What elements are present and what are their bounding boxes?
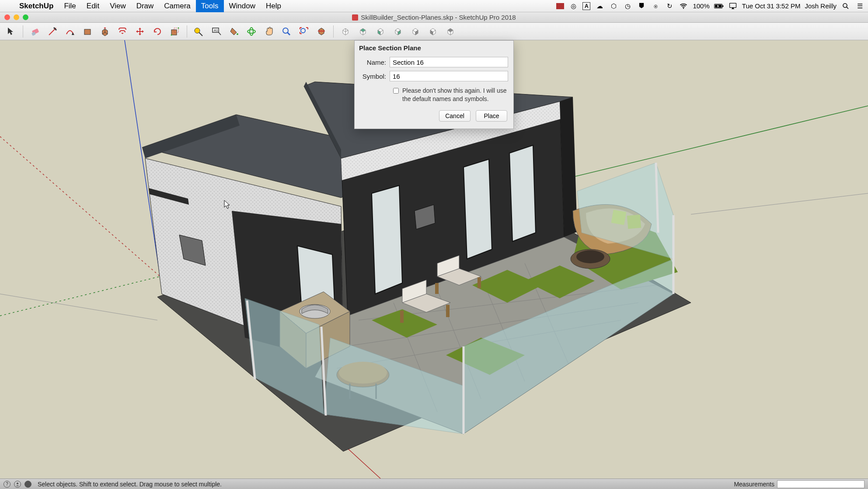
app-name[interactable]: SketchUp — [14, 0, 59, 12]
measurements-input[interactable] — [777, 480, 865, 488]
svg-point-16 — [178, 27, 179, 28]
main-toolbar: A1 — [0, 23, 868, 40]
svg-line-30 — [691, 193, 868, 214]
status-person-icon[interactable]: ⍟ — [651, 1, 660, 11]
skp-file-icon — [352, 14, 358, 21]
statusbar-left: ? Select objects. Shift to extend select… — [3, 481, 222, 488]
menu-camera[interactable]: Camera — [159, 0, 195, 12]
svg-point-5 — [843, 3, 847, 7]
status-hex-icon[interactable]: ⬡ — [609, 1, 618, 11]
status-cloud-icon[interactable]: ☁ — [595, 1, 604, 11]
window-title: SkillBuilder_Section-Planes.skp - Sketch… — [352, 14, 516, 21]
svg-point-23 — [248, 30, 255, 33]
name-label: Name: — [360, 59, 386, 66]
zoom-tool[interactable] — [279, 24, 294, 39]
macos-menubar: SketchUp File Edit View Draw Camera Tool… — [0, 0, 868, 12]
svg-text:A1: A1 — [214, 28, 218, 32]
separator — [187, 25, 187, 38]
menu-window[interactable]: Window — [224, 0, 261, 12]
svg-line-6 — [847, 7, 848, 8]
minimize-window-button[interactable] — [14, 14, 19, 20]
svg-line-33 — [0, 136, 160, 276]
rotate-tool[interactable] — [150, 24, 165, 39]
arc-tool[interactable] — [63, 24, 77, 39]
svg-point-63 — [17, 482, 18, 484]
svg-point-22 — [237, 33, 238, 35]
status-clock-icon[interactable]: ◷ — [623, 1, 632, 11]
status-shield-icon[interactable]: ⛊ — [637, 1, 646, 11]
maximize-window-button[interactable] — [23, 14, 28, 20]
orbit-tool[interactable] — [244, 24, 259, 39]
battery-percent[interactable]: 100% — [693, 2, 709, 10]
menubar-right: ◎ A ☁ ⬡ ◷ ⛊ ⍟ ↻ 100% Tue Oct 31 3:52 PM … — [556, 1, 865, 11]
svg-line-26 — [288, 32, 290, 35]
eraser-tool[interactable] — [28, 24, 42, 39]
svg-rect-2 — [722, 5, 723, 7]
menu-file[interactable]: File — [59, 0, 81, 12]
view-iso[interactable] — [338, 24, 353, 39]
scale-tool[interactable] — [167, 24, 182, 39]
status-hint: Select objects. Shift to extend select. … — [38, 481, 222, 488]
dont-show-checkbox[interactable] — [393, 87, 399, 94]
name-input[interactable] — [390, 57, 508, 67]
tape-measure-tool[interactable] — [192, 24, 206, 39]
status-timemachine-icon[interactable]: ↻ — [665, 1, 674, 11]
cancel-button[interactable]: Cancel — [439, 110, 471, 122]
user-name[interactable]: Josh Reilly — [805, 2, 837, 10]
menu-tools[interactable]: Tools — [196, 0, 224, 12]
menu-view[interactable]: View — [105, 0, 131, 12]
airplay-icon[interactable] — [728, 1, 738, 11]
section-plane-tool[interactable] — [314, 24, 329, 39]
separator — [23, 25, 23, 38]
status-a-icon[interactable]: A — [582, 2, 590, 10]
svg-point-24 — [250, 28, 253, 35]
date-time[interactable]: Tue Oct 31 3:52 PM — [742, 2, 801, 10]
battery-icon[interactable] — [714, 1, 724, 11]
dont-show-label: Please don't show this again. I will use… — [402, 87, 508, 103]
fire-pit — [571, 249, 610, 269]
move-tool[interactable] — [132, 24, 147, 39]
svg-rect-10 — [84, 29, 91, 35]
svg-line-21 — [219, 32, 221, 35]
select-tool[interactable] — [3, 24, 18, 39]
zoom-extents-tool[interactable] — [296, 24, 311, 39]
view-left[interactable] — [425, 24, 440, 39]
view-front[interactable] — [373, 24, 388, 39]
status-circle-icon[interactable]: ◎ — [568, 1, 578, 11]
wifi-icon[interactable] — [679, 1, 688, 11]
menu-draw[interactable]: Draw — [131, 0, 159, 12]
svg-rect-45 — [400, 311, 404, 323]
status-red-icon[interactable] — [556, 3, 564, 9]
svg-line-29 — [0, 294, 157, 320]
symbol-input[interactable] — [390, 71, 508, 81]
status-geo-icon[interactable] — [24, 481, 31, 488]
pan-tool[interactable] — [261, 24, 276, 39]
svg-line-31 — [125, 40, 160, 276]
status-info-icon[interactable]: ? — [3, 481, 10, 488]
menu-help[interactable]: Help — [261, 0, 286, 12]
menu-list-icon[interactable]: ☰ — [855, 1, 865, 11]
view-back[interactable] — [408, 24, 423, 39]
svg-point-0 — [683, 7, 684, 9]
svg-point-15 — [171, 34, 172, 35]
view-top[interactable] — [356, 24, 370, 39]
line-tool[interactable] — [45, 24, 60, 39]
menu-edit[interactable]: Edit — [81, 0, 105, 12]
spotlight-icon[interactable] — [841, 1, 851, 11]
text-tool[interactable]: A1 — [209, 24, 224, 39]
window-title-text: SkillBuilder_Section-Planes.skp - Sketch… — [361, 14, 516, 21]
offset-tool[interactable] — [115, 24, 130, 39]
svg-line-35 — [0, 276, 160, 316]
view-bottom[interactable] — [443, 24, 458, 39]
separator — [333, 25, 334, 38]
status-user-icon[interactable] — [14, 481, 21, 488]
view-right[interactable] — [390, 24, 405, 39]
close-window-button[interactable] — [4, 14, 10, 20]
shapes-tool[interactable] — [80, 24, 95, 39]
push-pull-tool[interactable] — [98, 24, 112, 39]
paint-bucket-tool[interactable] — [227, 24, 241, 39]
menubar-left: SketchUp File Edit View Draw Camera Tool… — [3, 0, 286, 12]
traffic-lights — [4, 14, 28, 20]
place-button[interactable]: Place — [476, 110, 507, 122]
window-titlebar: SkillBuilder_Section-Planes.skp - Sketch… — [0, 12, 868, 23]
